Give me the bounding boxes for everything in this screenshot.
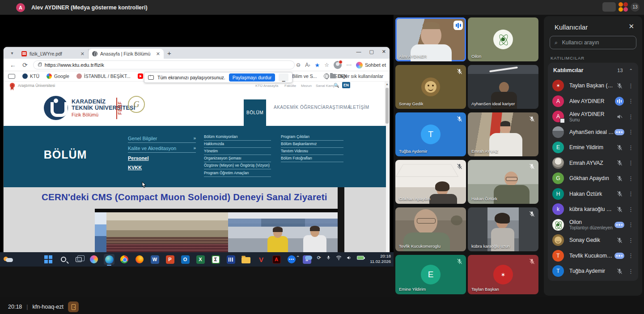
more-options-icon[interactable]: ⋮ bbox=[628, 206, 634, 213]
ktu-logo[interactable] bbox=[44, 96, 68, 120]
copilot-button[interactable]: Sohbet et bbox=[356, 62, 386, 69]
sidebar-icon[interactable] bbox=[8, 74, 15, 79]
quicklink-anasayfa[interactable]: KTÜ Anasayfa bbox=[255, 84, 278, 88]
language-toggle[interactable]: EN bbox=[342, 82, 350, 88]
participant-row-gokhan[interactable]: G Gökhan Apaydın ⋮ bbox=[548, 171, 638, 186]
menu-komisyonlar[interactable]: Bölüm Komisyonları bbox=[204, 134, 271, 141]
video-tile-gokhan[interactable]: Gökhan Apaydın bbox=[395, 160, 466, 204]
participant-row-taylan[interactable]: ✶ Taylan Başkan (Siz) ⋮ bbox=[548, 78, 638, 94]
refresh-icon[interactable]: ⟳ bbox=[22, 61, 28, 69]
video-tile-tugba[interactable]: T Tuğba Aydemir bbox=[395, 112, 466, 156]
more-options-icon[interactable]: ⋮ bbox=[628, 159, 634, 166]
video-tile-hakan[interactable]: Hakan Öztürk bbox=[468, 160, 538, 204]
menu-genel-bilgiler[interactable]: Genel Bilgiler» bbox=[128, 136, 196, 143]
task-view-button[interactable] bbox=[73, 254, 84, 265]
close-tab-icon[interactable]: ✕ bbox=[80, 51, 85, 57]
nav-arastirma[interactable]: ARAŞTIRMA bbox=[322, 105, 351, 110]
participant-row-oilon[interactable]: OilonToplantıyı düzenleyen ⋮ bbox=[548, 217, 638, 233]
participant-row-kubra[interactable]: k kübra karaoğlu uzun ⋮ bbox=[548, 202, 638, 217]
messaging-taskbar-button[interactable]: ••• bbox=[286, 254, 297, 265]
maximize-button[interactable]: ▢ bbox=[369, 49, 373, 55]
v-app-taskbar-button[interactable]: V bbox=[256, 254, 267, 265]
more-options-icon[interactable]: ⋮ bbox=[628, 252, 634, 259]
other-favorites[interactable]: Diğer sık kullanılanlar bbox=[330, 73, 383, 79]
more-options-icon[interactable]: ⋮ bbox=[628, 129, 634, 135]
more-options-icon[interactable]: ⋮ bbox=[628, 113, 634, 120]
participant-row-alev-sunu[interactable]: A Alev AYDINERSunu ⋮ bbox=[548, 109, 638, 125]
more-options-icon[interactable]: ⋮ bbox=[628, 82, 634, 89]
excel-taskbar-button[interactable]: X bbox=[195, 254, 206, 265]
menu-organizasyon[interactable]: Organizasyon Şeması bbox=[204, 156, 271, 162]
bookmark-google[interactable]: Google bbox=[47, 73, 69, 79]
stop-sharing-button[interactable]: Paylaşmayı durdur bbox=[229, 73, 275, 82]
bookmark-istanbul[interactable]: İSTANBUL / BEŞİKT... bbox=[76, 73, 131, 79]
battery-icon[interactable] bbox=[357, 256, 364, 260]
taskbar-clock[interactable]: 20:18 11.02.2026 bbox=[370, 254, 391, 264]
favorite-icon[interactable]: ★ bbox=[314, 62, 320, 69]
origin-taskbar-button[interactable]: Σ bbox=[210, 254, 221, 265]
close-window-button[interactable]: ✕ bbox=[382, 49, 386, 55]
participant-row-sonay[interactable]: Sonay Gedik ⋮ bbox=[548, 232, 638, 248]
more-options-icon[interactable]: ⋮ bbox=[628, 98, 634, 104]
video-tile-sonay[interactable]: Sonay Gedik bbox=[395, 65, 466, 109]
tab-search-icon[interactable]: ▾ bbox=[7, 48, 17, 57]
edge-taskbar-button[interactable] bbox=[104, 254, 114, 265]
participant-row-alev[interactable]: A Alev AYDINER ⋮ bbox=[548, 94, 638, 109]
new-tab-button[interactable]: + bbox=[167, 49, 171, 57]
volume-icon[interactable] bbox=[347, 255, 352, 260]
onedrive-icon[interactable] bbox=[305, 256, 312, 260]
participants-group-header[interactable]: Katılımcılar 13 ⌃ bbox=[548, 63, 638, 78]
wifi-icon[interactable] bbox=[336, 255, 342, 260]
address-bar[interactable]: https://www.ktu.edu.tr/fizik bbox=[33, 60, 295, 69]
sync-icon[interactable]: ⟳ bbox=[317, 255, 321, 261]
tray-chevron-icon[interactable]: ⌃ bbox=[296, 255, 300, 261]
more-options-icon[interactable]: ⋮ bbox=[628, 221, 634, 228]
nav-akademik[interactable]: AKADEMİK bbox=[274, 105, 299, 110]
read-aloud-icon[interactable]: A› bbox=[305, 62, 310, 68]
participant-count-badge[interactable]: 13 bbox=[631, 3, 640, 12]
menu-program-ogretim[interactable]: Program Öğretim Amaçları bbox=[204, 171, 271, 177]
menu-kalite-akreditasyon[interactable]: Kalite ve Akreditasyon» bbox=[128, 146, 196, 153]
minimize-button[interactable]: — bbox=[356, 49, 361, 55]
firefox-taskbar-button[interactable] bbox=[134, 254, 145, 265]
participant-row-hakan[interactable]: H Hakan Öztürk ⋮ bbox=[548, 186, 638, 202]
video-tile-taylan[interactable]: ✶ Taylan Başkan bbox=[468, 255, 538, 294]
restore-banner-button[interactable] bbox=[602, 2, 616, 12]
video-tile-alev[interactable]: Alev AYDINER bbox=[395, 17, 466, 61]
menu-kvkk[interactable]: KVKK bbox=[128, 165, 196, 172]
start-button[interactable] bbox=[43, 254, 54, 265]
nav-iletisim[interactable]: İLETİŞİM bbox=[349, 105, 369, 110]
more-options-icon[interactable]: ⋮ bbox=[628, 144, 634, 151]
scroll-thumb[interactable] bbox=[386, 88, 389, 124]
participant-row-ayhansen[interactable]: AyhanSen ideal kariyer ⋮ bbox=[548, 125, 638, 140]
participant-row-tevfik[interactable]: T Tevfik Kucukomeroglu ⋮ bbox=[548, 248, 638, 264]
scroll-up-arrow[interactable]: ▲ bbox=[385, 82, 390, 87]
menu-yonetim[interactable]: Yönetim bbox=[204, 149, 271, 155]
participant-row-emine[interactable]: E Emine Yildirim ⋮ bbox=[548, 140, 638, 155]
powerpoint-taskbar-button[interactable]: P bbox=[165, 254, 175, 265]
search-input[interactable] bbox=[561, 39, 624, 46]
zoom-out-icon[interactable]: ⊖ bbox=[296, 62, 301, 68]
video-tile-emrah[interactable]: Emrah AYVAZ bbox=[468, 112, 538, 156]
menu-tanitim-videosu[interactable]: Tanıtım Videosu bbox=[281, 149, 343, 155]
video-tile-oilon[interactable]: Oilon bbox=[468, 17, 538, 61]
menu-bolum-fotograflari[interactable]: Bölüm Fotoğrafları bbox=[281, 156, 343, 162]
menu-hakkimizda[interactable]: Hakkımızda bbox=[204, 142, 271, 148]
breakout-room-icon[interactable] bbox=[68, 301, 79, 312]
chrome-taskbar-button[interactable] bbox=[119, 254, 130, 265]
more-options-icon[interactable]: ⋮ bbox=[628, 190, 634, 197]
collections-icon[interactable]: ☆ bbox=[324, 62, 329, 68]
quicklink-mezun[interactable]: Mezun bbox=[301, 84, 312, 88]
more-options-icon[interactable]: ⋮ bbox=[628, 175, 634, 182]
more-menu-icon[interactable]: ⋯ bbox=[346, 62, 352, 68]
more-options-icon[interactable]: ⋮ bbox=[628, 237, 634, 244]
tab-active[interactable]: Anasayfa | Fizik Bölümü ✕ bbox=[89, 49, 164, 59]
close-panel-icon[interactable]: ✕ bbox=[628, 22, 634, 30]
participant-row-tugba[interactable]: T Tuğba Aydemir ⋮ bbox=[548, 263, 638, 279]
word-taskbar-button[interactable]: W bbox=[149, 254, 160, 265]
bookmark-ktu[interactable]: KTÜ bbox=[22, 73, 39, 79]
more-options-icon[interactable]: ⋮ bbox=[628, 268, 634, 275]
tab-pdf[interactable]: fizik_LWYre.pdf ✕ bbox=[18, 49, 89, 59]
menu-ozgorev[interactable]: Özgörev (Misyon) ve Öngörüş (Vizyon) bbox=[204, 163, 271, 169]
acrobat-taskbar-button[interactable]: A bbox=[271, 254, 282, 265]
